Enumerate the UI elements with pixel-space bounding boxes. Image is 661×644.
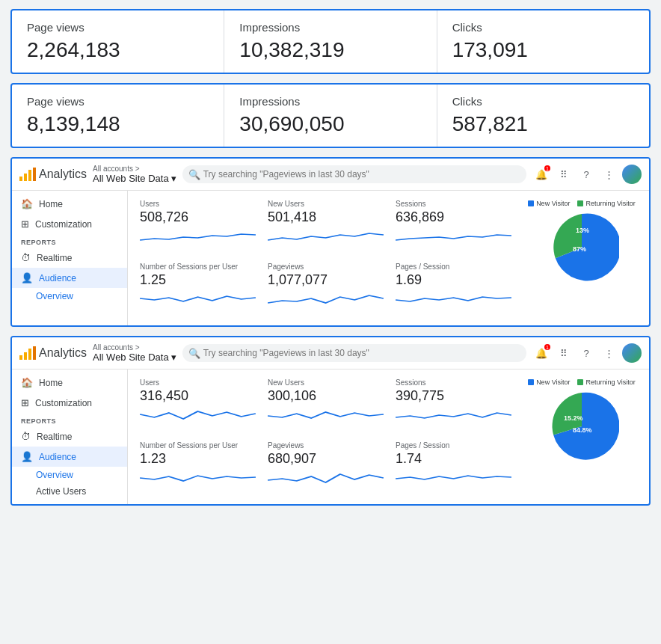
sidebar-audience-1[interactable]: 👤 Audience (12, 268, 127, 288)
avatar-2[interactable] (622, 343, 642, 363)
pie-area-2: New Visitor Returning Visitor 84.8% 15.2… (522, 375, 642, 498)
svg-text:87%: 87% (573, 245, 586, 253)
new-visitor-dot-2 (528, 379, 534, 385)
reports-label-2: REPORTS (12, 413, 127, 426)
apps-btn-2[interactable]: ⠿ (555, 344, 573, 362)
notification-dot-1: 1 (544, 165, 550, 171)
sparkline-spu-2 (140, 468, 256, 486)
sparkline-newusers-2 (268, 405, 384, 423)
sidebar-overview-2[interactable]: Overview (12, 467, 127, 483)
clicks-value-1: 173,091 (452, 38, 634, 62)
search-input-1[interactable] (182, 165, 526, 183)
customization-icon-2: ⊞ (21, 397, 29, 408)
topbar-1: Analytics All accounts > All Web Site Da… (12, 159, 649, 191)
sidebar-customization-1[interactable]: ⊞ Customization (12, 214, 127, 234)
apps-btn-1[interactable]: ⠿ (555, 165, 573, 183)
bar3-2 (28, 349, 31, 360)
impressions-label-2: Impressions (239, 95, 421, 108)
analytics-panel-2: Analytics All accounts > All Web Site Da… (10, 336, 651, 506)
chevron-down-icon: ▾ (171, 173, 176, 184)
notification-btn-2[interactable]: 🔔 1 (532, 344, 550, 362)
ga-bars-icon-1 (19, 168, 36, 181)
notification-dot-2: 1 (544, 344, 550, 350)
notification-btn-1[interactable]: 🔔 1 (532, 165, 550, 183)
account-selector-1[interactable]: All Web Site Data ▾ (93, 173, 176, 184)
clicks-label-1: Clicks (452, 21, 634, 34)
help-btn-1[interactable]: ? (577, 165, 595, 183)
sidebar-realtime-1[interactable]: ⏱ Realtime (12, 248, 127, 268)
breadcrumb-2: All accounts > (93, 343, 176, 352)
metric-users-2: Users 316,450 (135, 375, 260, 435)
metric-newusers-1: New Users 501,418 (263, 197, 388, 257)
account-selector-2[interactable]: All Web Site Data ▾ (93, 352, 176, 363)
sparkline-newusers-1 (268, 227, 384, 245)
bar1 (19, 177, 22, 181)
legend-new-1: New Visitor (528, 200, 570, 207)
topbar-2: Analytics All accounts > All Web Site Da… (12, 337, 649, 369)
returning-visitor-dot-2 (577, 379, 583, 385)
sparkline-pps-2 (396, 468, 511, 486)
sidebar-home-1[interactable]: 🏠 Home (12, 194, 127, 214)
sidebar-customization-2[interactable]: ⊞ Customization (12, 393, 127, 413)
clicks-label-2: Clicks (452, 95, 634, 108)
svg-text:84.8%: 84.8% (573, 426, 592, 434)
more-btn-1[interactable]: ⋮ (600, 165, 618, 183)
home-icon-2: 🏠 (21, 377, 33, 388)
metric-pps-2: Pages / Session 1.74 (391, 438, 516, 498)
pageviews-cell-1: Page views 2,264,183 (12, 10, 224, 73)
metrics-grid-1: Users 508,726 New Users 501,418 Sessions… (135, 197, 516, 319)
metric-newusers-2: New Users 300,106 (263, 375, 388, 435)
help-btn-2[interactable]: ? (577, 344, 595, 362)
metric-pageviews-2: Pageviews 680,907 (263, 438, 388, 498)
bar2-2 (24, 352, 27, 360)
impressions-value-1: 10,382,319 (239, 38, 421, 62)
search-icon-1: 🔍 (188, 169, 200, 180)
metric-pps-1: Pages / Session 1.69 (391, 260, 516, 319)
reports-label-1: REPORTS (12, 234, 127, 248)
sparkline-sessions-1 (396, 227, 511, 245)
sparkline-spu-1 (140, 289, 256, 307)
avatar-1[interactable] (622, 165, 642, 184)
sparkline-sessions-2 (396, 405, 511, 423)
sidebar-home-2[interactable]: 🏠 Home (12, 372, 127, 393)
search-icon-2: 🔍 (188, 348, 200, 359)
search-wrap-1: 🔍 (182, 165, 526, 183)
sparkline-users-1 (140, 227, 256, 245)
metric-sessions-1: Sessions 636,869 (391, 197, 516, 257)
sidebar-1: 🏠 Home ⊞ Customization REPORTS ⏱ Realtim… (12, 191, 128, 325)
audience-icon-1: 👤 (21, 272, 33, 283)
legend-returning-1: Returning Visitor (577, 200, 635, 207)
search-input-2[interactable] (182, 344, 526, 362)
customization-icon-1: ⊞ (21, 218, 29, 230)
metric-spu-1: Number of Sessions per User 1.25 (135, 260, 260, 319)
sidebar-active-users-2[interactable]: Active Users (12, 483, 127, 500)
clicks-cell-1: Clicks 173,091 (437, 10, 649, 73)
audience-icon-2: 👤 (21, 451, 33, 462)
sidebar-2: 🏠 Home ⊞ Customization REPORTS ⏱ Realtim… (12, 369, 128, 504)
metrics-grid-2: Users 316,450 New Users 300,106 Sessions… (135, 375, 516, 498)
bar1-2 (19, 355, 22, 360)
pageviews-value-1: 2,264,183 (27, 38, 209, 62)
ga-body-1: 🏠 Home ⊞ Customization REPORTS ⏱ Realtim… (12, 191, 649, 325)
ga-content-1: Users 508,726 New Users 501,418 Sessions… (128, 191, 649, 325)
metric-users-1: Users 508,726 (135, 197, 260, 257)
pie-chart-2: 84.8% 15.2% (544, 389, 619, 464)
analytics-title-2: Analytics (39, 346, 87, 360)
realtime-icon-2: ⏱ (21, 431, 31, 442)
ga-logo-2: Analytics (19, 346, 87, 360)
clicks-cell-2: Clicks 587,821 (437, 85, 649, 147)
impressions-cell-1: Impressions 10,382,319 (224, 10, 437, 73)
metric-pageviews-1: Pageviews 1,077,077 (263, 260, 388, 319)
sidebar-overview-1[interactable]: Overview (12, 288, 127, 304)
stats-card-2: Page views 8,139,148 Impressions 30,690,… (10, 83, 651, 148)
legend-2: New Visitor Returning Visitor (528, 378, 636, 386)
sidebar-realtime-2[interactable]: ⏱ Realtime (12, 426, 127, 447)
more-btn-2[interactable]: ⋮ (600, 344, 618, 362)
returning-visitor-dot-1 (577, 200, 583, 206)
bar4-2 (33, 346, 36, 360)
metric-spu-2: Number of Sessions per User 1.23 (135, 438, 260, 498)
toolbar-icons-2: 🔔 1 ⠿ ? ⋮ (532, 343, 642, 363)
sidebar-audience-2[interactable]: 👤 Audience (12, 447, 127, 467)
pageviews-cell-2: Page views 8,139,148 (12, 85, 224, 147)
metric-sessions-2: Sessions 390,775 (391, 375, 516, 435)
